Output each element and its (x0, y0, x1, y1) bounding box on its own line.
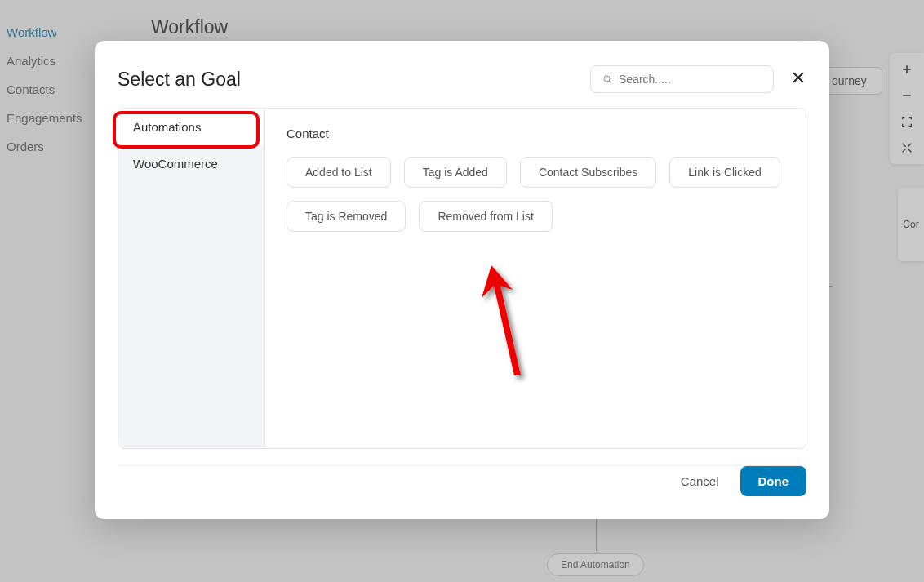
done-button[interactable]: Done (740, 466, 807, 496)
cancel-button[interactable]: Cancel (681, 474, 719, 488)
modal-body: Automations WooCommerce Contact Added to… (118, 108, 806, 449)
search-icon (602, 73, 612, 86)
search-box[interactable] (590, 65, 774, 93)
chip-tag-is-removed[interactable]: Tag is Removed (287, 201, 406, 232)
close-button[interactable] (790, 69, 806, 89)
modal-title: Select an Goal (118, 69, 241, 91)
chip-contact-subscribes[interactable]: Contact Subscribes (520, 157, 656, 188)
modal-content: Contact Added to List Tag is Added Conta… (265, 109, 806, 448)
search-input[interactable] (619, 73, 762, 86)
chip-added-to-list[interactable]: Added to List (287, 157, 391, 188)
modal-footer: Cancel Done (95, 449, 829, 519)
modal-overlay: Select an Goal Automations WooCommerce C… (0, 0, 924, 582)
section-label-contact: Contact (287, 127, 784, 140)
goal-chip-row: Added to List Tag is Added Contact Subsc… (287, 157, 784, 232)
close-icon (790, 69, 806, 86)
modal-header: Select an Goal (95, 41, 829, 108)
annotation-highlight-automations (113, 111, 260, 149)
modal-tab-woocommerce[interactable]: WooCommerce (118, 145, 264, 182)
svg-point-3 (604, 76, 610, 82)
svg-line-4 (609, 81, 611, 82)
modal-sidebar: Automations WooCommerce (118, 109, 265, 448)
chip-tag-is-added[interactable]: Tag is Added (404, 157, 507, 188)
chip-link-is-clicked[interactable]: Link is Clicked (669, 157, 780, 188)
chip-removed-from-list[interactable]: Removed from List (419, 201, 552, 232)
